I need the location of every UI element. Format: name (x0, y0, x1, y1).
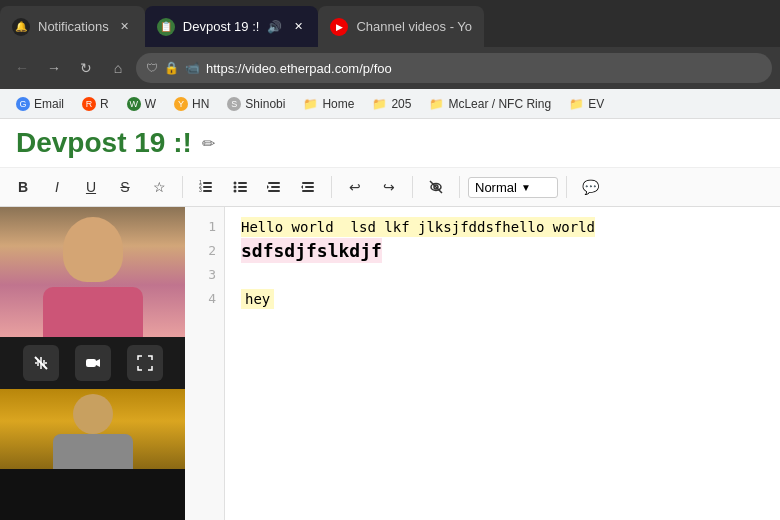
video-main-thumb (0, 207, 185, 337)
forward-button[interactable]: → (40, 54, 68, 82)
bookmark-mclear[interactable]: 📁 McLear / NFC Ring (421, 94, 559, 114)
undo-button[interactable]: ↩ (340, 172, 370, 202)
line-numbers: 1 2 3 4 (185, 207, 225, 520)
svg-rect-9 (238, 186, 247, 188)
strikethrough-button[interactable]: S (110, 172, 140, 202)
line-number-4: 4 (185, 287, 224, 311)
unordered-list-button[interactable] (225, 172, 255, 202)
text-editor-area[interactable]: Hello world lsd lkf jlksjfddsfhello worl… (225, 207, 780, 520)
svg-point-8 (234, 186, 237, 189)
editor-body: 1 2 3 4 Hello world lsd lkf jlksjfddsfhe… (0, 207, 780, 520)
lock-icon: 🔒 (164, 61, 179, 75)
browser-chrome: 🔔 Notifications ✕ 📋 Devpost 19 :! 🔊 ✕ ▶ … (0, 0, 780, 119)
small-person-body (53, 434, 133, 469)
star-button[interactable]: ☆ (144, 172, 174, 202)
tab-notifications-close[interactable]: ✕ (117, 19, 133, 35)
document-title: Devpost 19 :! (16, 127, 192, 159)
back-button[interactable]: ← (8, 54, 36, 82)
tab-devpost-close[interactable]: ✕ (290, 19, 306, 35)
svg-rect-11 (238, 190, 247, 192)
navigation-toolbar: ← → ↻ ⌂ 🛡 🔒 📹 (0, 47, 780, 89)
bookmark-shinobi[interactable]: S Shinobi (219, 94, 293, 114)
notifications-favicon: 🔔 (12, 18, 30, 36)
camera-toggle-button[interactable] (75, 345, 111, 381)
indent-less-button[interactable] (259, 172, 289, 202)
reddit-icon: R (82, 97, 96, 111)
tab-notifications-label: Notifications (38, 19, 109, 34)
bookmark-205[interactable]: 📁 205 (364, 94, 419, 114)
devpost-favicon: 📋 (157, 18, 175, 36)
w-icon: W (127, 97, 141, 111)
svg-rect-14 (268, 190, 280, 192)
video-secondary-thumb (0, 389, 185, 469)
editor-title-bar: Devpost 19 :! ✏ (0, 119, 780, 168)
hide-button[interactable] (421, 172, 451, 202)
bookmark-email-label: Email (34, 97, 64, 111)
mute-button[interactable] (23, 345, 59, 381)
page-content: Devpost 19 :! ✏ B I U S ☆ 1 2 3 (0, 119, 780, 520)
svg-marker-25 (96, 359, 100, 367)
tab-youtube[interactable]: ▶ Channel videos - Yo (318, 6, 484, 47)
url-input[interactable] (206, 61, 762, 76)
bookmark-ev-label: EV (588, 97, 604, 111)
video-controls (0, 337, 185, 389)
indent-more-button[interactable] (293, 172, 323, 202)
fullscreen-button[interactable] (127, 345, 163, 381)
svg-rect-2 (203, 190, 212, 192)
svg-rect-16 (302, 182, 314, 184)
bookmark-reddit[interactable]: R R (74, 94, 117, 114)
tab-notifications[interactable]: 🔔 Notifications ✕ (0, 6, 145, 47)
text-line-4: hey (241, 287, 764, 311)
bookmark-email[interactable]: G Email (8, 94, 72, 114)
toolbar-separator-5 (566, 176, 567, 198)
sound-icon: 🔊 (267, 20, 282, 34)
comment-button[interactable]: 💬 (575, 172, 605, 202)
italic-button[interactable]: I (42, 172, 72, 202)
toolbar-separator-2 (331, 176, 332, 198)
person-head (63, 217, 123, 282)
line-4-text: hey (241, 289, 274, 309)
person-body (43, 287, 143, 337)
home-folder-icon: 📁 (303, 97, 318, 111)
underline-button[interactable]: U (76, 172, 106, 202)
toolbar-separator-3 (412, 176, 413, 198)
bookmark-mclear-label: McLear / NFC Ring (448, 97, 551, 111)
refresh-button[interactable]: ↻ (72, 54, 100, 82)
home-button[interactable]: ⌂ (104, 54, 132, 82)
svg-rect-24 (86, 359, 96, 367)
shield-icon: 🛡 (146, 61, 158, 75)
bold-button[interactable]: B (8, 172, 38, 202)
svg-point-6 (234, 182, 237, 185)
redo-button[interactable]: ↪ (374, 172, 404, 202)
bookmark-w[interactable]: W W (119, 94, 164, 114)
svg-rect-0 (203, 182, 212, 184)
tab-devpost[interactable]: 📋 Devpost 19 :! 🔊 ✕ (145, 6, 319, 47)
video-icon: 📹 (185, 61, 200, 75)
chevron-down-icon: ▼ (521, 182, 531, 193)
tab-youtube-label: Channel videos - Yo (356, 19, 472, 34)
bookmark-home-label: Home (322, 97, 354, 111)
bookmark-home[interactable]: 📁 Home (295, 94, 362, 114)
address-bar[interactable]: 🛡 🔒 📹 (136, 53, 772, 83)
bookmark-shinobi-label: Shinobi (245, 97, 285, 111)
small-person-head (73, 394, 113, 434)
line-number-2: 2 (185, 239, 224, 263)
svg-text:3: 3 (199, 187, 202, 193)
format-select-value: Normal (475, 180, 517, 195)
bookmark-w-label: W (145, 97, 156, 111)
bookmark-ev[interactable]: 📁 EV (561, 94, 612, 114)
ev-folder-icon: 📁 (569, 97, 584, 111)
ordered-list-button[interactable]: 1 2 3 (191, 172, 221, 202)
line-2-text: sdfsdjfslkdjf (241, 238, 382, 263)
video-panel (0, 207, 185, 520)
format-select[interactable]: Normal ▼ (468, 177, 558, 198)
bookmark-hn[interactable]: Y HN (166, 94, 217, 114)
edit-title-icon[interactable]: ✏ (202, 134, 215, 153)
video-person-main (0, 207, 185, 337)
svg-rect-17 (305, 186, 314, 188)
toolbar-separator-4 (459, 176, 460, 198)
format-toolbar: B I U S ☆ 1 2 3 (0, 168, 780, 207)
svg-marker-19 (301, 185, 303, 189)
hn-favicon: Y (174, 97, 188, 111)
text-line-1: Hello world lsd lkf jlksjfddsfhello worl… (241, 215, 764, 239)
